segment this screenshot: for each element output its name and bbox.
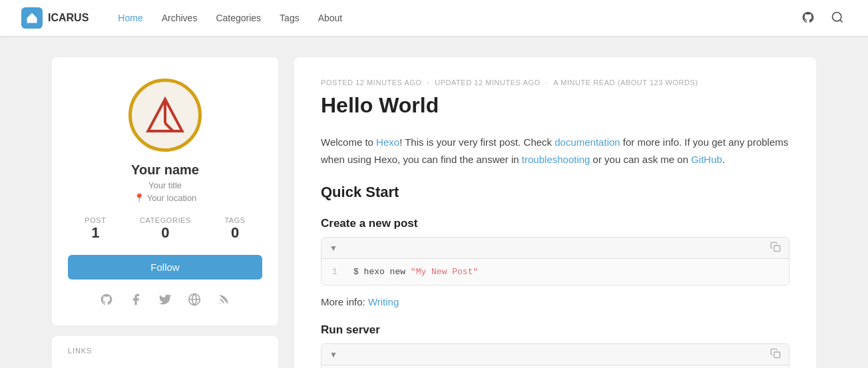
- nav-action-icons: [799, 8, 847, 29]
- location-pin-icon: 📍: [134, 193, 144, 203]
- line-number-1: 1: [332, 267, 343, 277]
- rss-social-icon[interactable]: [217, 293, 230, 309]
- copy-button-1[interactable]: [770, 242, 781, 254]
- facebook-social-icon[interactable]: [129, 293, 142, 309]
- chevron-down-icon: ▼: [329, 244, 337, 253]
- stat-tags: TAGS 0: [224, 216, 245, 242]
- meta-sep-1: ·: [427, 79, 430, 87]
- brand-logo[interactable]: ICARUS: [21, 7, 89, 29]
- more-info-label: More info:: [321, 296, 368, 307]
- code-str-1: "My New Post": [411, 267, 478, 277]
- code-body-1: 1 $ hexo new "My New Post": [322, 259, 789, 285]
- avatar-icon: [144, 94, 186, 136]
- twitter-social-icon[interactable]: [158, 293, 172, 309]
- run-server-heading: Run server: [321, 323, 789, 337]
- author-title: Your title: [148, 180, 182, 190]
- copy-button-2[interactable]: [770, 348, 781, 361]
- svg-rect-9: [774, 352, 780, 358]
- post-meta: POSTED 12 MINUTES AGO · UPDATED 12 MINUT…: [321, 79, 789, 87]
- globe-social-icon[interactable]: [188, 293, 201, 309]
- post-title: Hello World: [321, 93, 789, 118]
- social-icons: [100, 293, 230, 309]
- code-body-2: 1 $ hexo server: [322, 365, 789, 368]
- github-nav-icon[interactable]: [799, 8, 817, 29]
- intro-text-before: Welcome to: [321, 136, 376, 148]
- svg-point-7: [219, 303, 220, 304]
- stats-row: POST 1 CATEGORIES 0 TAGS 0: [68, 216, 262, 242]
- code-header-1: ▼: [322, 238, 789, 259]
- nav-tags[interactable]: Tags: [272, 9, 308, 27]
- follow-button[interactable]: Follow: [68, 255, 262, 279]
- nav-home[interactable]: Home: [110, 9, 150, 27]
- svg-line-1: [840, 19, 843, 22]
- code-header-2: ▼: [322, 344, 789, 365]
- nav-categories[interactable]: Categories: [208, 9, 269, 27]
- post-updated: UPDATED 12 MINUTES AGO: [435, 79, 541, 87]
- documentation-link[interactable]: documentation: [554, 136, 620, 148]
- intro-text-mid: ! This is your very first post. Check: [399, 136, 554, 148]
- quick-start-heading: Quick Start: [321, 184, 789, 201]
- main-content: POSTED 12 MINUTES AGO · UPDATED 12 MINUT…: [294, 57, 816, 368]
- create-post-heading: Create a new post: [321, 217, 789, 230]
- post-posted: POSTED 12 MINUTES AGO: [321, 79, 422, 87]
- post-intro: Welcome to Hexo! This is your very first…: [321, 134, 789, 168]
- intro-text-final: .: [722, 154, 725, 165]
- create-post-code-block: ▼ 1 $ hexo new "My New Post": [321, 237, 789, 285]
- avatar-inner: [133, 83, 197, 147]
- stat-categories: CATEGORIES 0: [140, 216, 191, 242]
- brand-icon: [21, 7, 43, 29]
- links-section: LINKS: [52, 336, 278, 368]
- page-layout: Your name Your title 📍 Your location POS…: [41, 57, 827, 368]
- code-content-1: $ hexo new "My New Post": [353, 267, 478, 277]
- left-column: Your name Your title 📍 Your location POS…: [52, 57, 278, 368]
- stat-post: POST 1: [85, 216, 106, 242]
- links-heading: LINKS: [68, 347, 262, 355]
- svg-rect-8: [774, 246, 780, 252]
- post-read-time: A MINUTE READ (ABOUT 123 WORDS): [553, 79, 698, 87]
- author-name: Your name: [131, 162, 199, 178]
- more-info-text: More info: Writing: [321, 296, 789, 307]
- svg-point-0: [833, 12, 841, 21]
- run-server-code-block: ▼ 1 $ hexo server: [321, 343, 789, 368]
- author-location: 📍 Your location: [134, 193, 197, 203]
- github-social-icon[interactable]: [100, 293, 113, 309]
- nav-archives[interactable]: Archives: [154, 9, 206, 27]
- code-cmd-1: $ hexo new: [353, 267, 411, 277]
- troubleshooting-link[interactable]: troubleshooting: [522, 154, 590, 165]
- avatar: [128, 79, 202, 152]
- nav-links: Home Archives Categories Tags About: [110, 9, 799, 27]
- writing-link[interactable]: Writing: [368, 296, 399, 307]
- intro-text-end: or you can ask me on: [590, 154, 691, 165]
- chevron-down-icon-2: ▼: [329, 350, 337, 359]
- github-link[interactable]: GitHub: [691, 154, 722, 165]
- sidebar-card: Your name Your title 📍 Your location POS…: [52, 57, 278, 325]
- meta-sep-2: ·: [546, 79, 548, 87]
- hexo-link[interactable]: Hexo: [376, 136, 399, 148]
- brand-name: ICARUS: [48, 12, 89, 24]
- search-nav-icon[interactable]: [828, 8, 847, 29]
- navbar: ICARUS Home Archives Categories Tags Abo…: [0, 0, 868, 36]
- nav-about[interactable]: About: [310, 9, 351, 27]
